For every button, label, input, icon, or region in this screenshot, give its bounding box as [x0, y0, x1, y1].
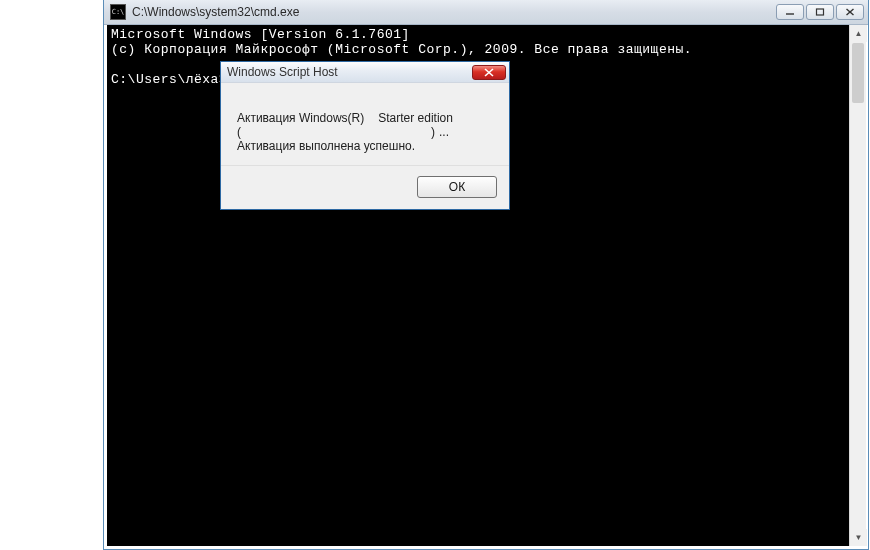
minimize-button[interactable] [776, 4, 804, 20]
dialog-close-button[interactable] [472, 65, 506, 80]
dialog-message-line: Активация Windows(R)Starter edition [237, 111, 493, 125]
terminal-prompt: C:\Users\лёха> [111, 72, 227, 87]
scrollbar-thumb[interactable] [852, 43, 864, 103]
scroll-up-icon[interactable]: ▲ [850, 25, 867, 42]
script-host-dialog: Windows Script Host Активация Windows(R)… [220, 61, 510, 210]
vertical-scrollbar[interactable]: ▲ ▼ [849, 25, 866, 546]
window-controls [776, 4, 864, 20]
cmd-icon: C:\ [110, 4, 126, 20]
maximize-button[interactable] [806, 4, 834, 20]
dialog-text: ) [431, 125, 435, 139]
close-button[interactable] [836, 4, 864, 20]
svg-rect-1 [817, 9, 824, 15]
close-icon [483, 68, 495, 77]
terminal-line: Microsoft Windows [Version 6.1.7601] [111, 27, 410, 42]
titlebar[interactable]: C:\ C:\Windows\system32\cmd.exe [104, 0, 868, 25]
window-title: C:\Windows\system32\cmd.exe [132, 5, 776, 19]
dialog-text: Starter edition [378, 111, 453, 125]
dialog-text: ( [237, 125, 241, 139]
dialog-message-line: ()... [237, 125, 493, 139]
dialog-text: Активация Windows(R) [237, 111, 364, 125]
ok-button[interactable]: ОК [417, 176, 497, 198]
cmd-icon-label: C:\ [112, 9, 125, 16]
dialog-title: Windows Script Host [227, 65, 472, 79]
terminal-line: (c) Корпорация Майкрософт (Microsoft Cor… [111, 42, 692, 57]
dialog-text: ... [439, 125, 449, 139]
scroll-down-icon[interactable]: ▼ [850, 529, 867, 546]
ok-button-label: ОК [449, 180, 465, 194]
dialog-message-line: Активация выполнена успешно. [237, 139, 493, 153]
dialog-body: Активация Windows(R)Starter edition ()..… [221, 83, 509, 165]
dialog-titlebar[interactable]: Windows Script Host [221, 62, 509, 83]
dialog-footer: ОК [221, 165, 509, 209]
